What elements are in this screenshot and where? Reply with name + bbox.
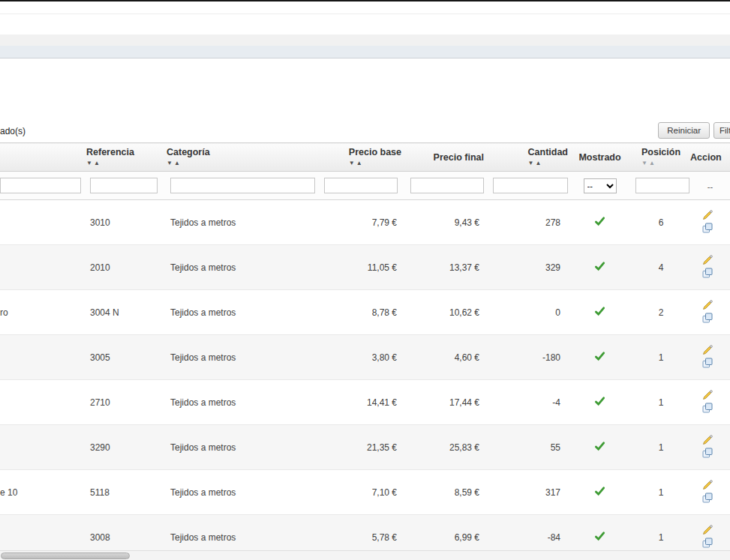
duplicate-icon[interactable] (702, 313, 713, 323)
edit-icon[interactable] (702, 390, 713, 400)
sort-desc-icon[interactable]: ▼ (641, 160, 647, 166)
quantity-filter-input[interactable] (493, 178, 568, 193)
position-cell: 1 (632, 425, 690, 470)
check-icon (594, 264, 605, 274)
list-toolbar: ado(s) Reiniciar Filt (0, 121, 730, 142)
horizontal-scrollbar[interactable] (0, 550, 730, 560)
price-final-cell: 13,37 € (401, 245, 484, 290)
results-count-label: ado(s) (0, 126, 26, 136)
duplicate-icon[interactable] (702, 448, 713, 458)
category-cell: Tejidos a metros (167, 425, 319, 470)
category-cell: Tejidos a metros (167, 335, 319, 380)
header-divider (0, 13, 730, 14)
price-base-filter-input[interactable] (324, 178, 398, 193)
sort-desc-icon[interactable]: ▼ (167, 160, 173, 166)
column-header-category: Categoría ▼▲ (167, 143, 319, 172)
reference-cell: 2710 (86, 380, 167, 425)
displayed-filter-select[interactable]: -- (584, 178, 617, 193)
sort-asc-icon[interactable]: ▲ (649, 160, 655, 166)
duplicate-icon[interactable] (702, 268, 713, 278)
price-final-cell: 10,62 € (401, 290, 484, 335)
column-header-actions: Accion (690, 143, 730, 172)
price-base-cell: 14,41 € (319, 380, 401, 425)
table-row[interactable]: 3010 Tejidos a metros 7,79 € 9,43 € 278 … (0, 200, 730, 245)
name-filter-input[interactable] (0, 178, 81, 193)
table-row[interactable]: e 10 5118 Tejidos a metros 7,10 € 8,59 €… (0, 470, 730, 515)
table-body: 3010 Tejidos a metros 7,79 € 9,43 € 278 … (0, 200, 730, 560)
quantity-cell: -180 (484, 335, 568, 380)
reference-cell: 3004 N (86, 290, 167, 335)
price-base-cell: 3,80 € (319, 335, 401, 380)
category-filter-input[interactable] (170, 178, 315, 193)
column-header-displayed: Mostrado (568, 143, 632, 172)
price-base-cell: 11,05 € (319, 245, 401, 290)
edit-icon[interactable] (702, 525, 713, 535)
category-cell: Tejidos a metros (167, 200, 319, 245)
edit-icon[interactable] (702, 435, 713, 445)
toolbar-buttons: Reiniciar Filt (658, 122, 730, 139)
sort-desc-icon[interactable]: ▼ (349, 160, 355, 166)
reference-cell: 2010 (86, 245, 167, 290)
sort-asc-icon[interactable]: ▲ (535, 160, 541, 166)
position-cell: 2 (632, 290, 690, 335)
table-row[interactable]: ro 3004 N Tejidos a metros 8,78 € 10,62 … (0, 290, 730, 335)
price-base-cell: 21,35 € (319, 425, 401, 470)
reference-filter-input[interactable] (90, 178, 158, 193)
sort-asc-icon[interactable]: ▲ (356, 160, 362, 166)
check-icon (594, 354, 605, 364)
position-cell: 1 (632, 470, 690, 515)
admin-product-list-page: ado(s) Reiniciar Filt Referencia ▼▲ Cate… (0, 0, 730, 560)
duplicate-icon[interactable] (702, 403, 713, 413)
position-cell: 1 (632, 380, 690, 425)
reference-cell: 5118 (86, 470, 167, 515)
check-icon (594, 219, 605, 229)
price-base-cell: 7,79 € (319, 200, 401, 245)
reference-cell: 3005 (86, 335, 167, 380)
name-cell (0, 335, 86, 380)
scrollbar-thumb[interactable] (1, 553, 130, 559)
column-header-price-base: Precio base ▼▲ (319, 143, 401, 172)
check-icon (594, 309, 605, 319)
price-final-cell: 25,83 € (401, 425, 484, 470)
quantity-cell: 278 (484, 200, 568, 245)
sort-asc-icon[interactable]: ▲ (174, 160, 180, 166)
reference-cell: 3010 (86, 200, 167, 245)
table-row[interactable]: 2710 Tejidos a metros 14,41 € 17,44 € -4… (0, 380, 730, 425)
name-cell: ro (0, 290, 86, 335)
sort-desc-icon[interactable]: ▼ (528, 160, 534, 166)
duplicate-icon[interactable] (702, 538, 713, 548)
position-filter-input[interactable] (635, 178, 689, 193)
edit-icon[interactable] (702, 210, 713, 220)
name-cell: e 10 (0, 470, 86, 515)
price-base-cell: 7,10 € (319, 470, 401, 515)
table-row[interactable]: 2010 Tejidos a metros 11,05 € 13,37 € 32… (0, 245, 730, 290)
reference-cell: 3290 (86, 425, 167, 470)
price-final-filter-input[interactable] (410, 178, 484, 193)
category-cell: Tejidos a metros (167, 245, 319, 290)
price-final-cell: 8,59 € (401, 470, 484, 515)
edit-icon[interactable] (702, 255, 713, 265)
duplicate-icon[interactable] (702, 223, 713, 233)
check-icon (594, 489, 605, 499)
check-icon (594, 534, 605, 544)
table-row[interactable]: 3290 Tejidos a metros 21,35 € 25,83 € 55… (0, 425, 730, 470)
filter-button[interactable]: Filt (713, 122, 730, 139)
edit-icon[interactable] (702, 300, 713, 310)
sort-asc-icon[interactable]: ▲ (94, 160, 100, 166)
reset-button[interactable]: Reiniciar (658, 122, 710, 139)
category-cell: Tejidos a metros (167, 380, 319, 425)
sort-desc-icon[interactable]: ▼ (86, 160, 92, 166)
edit-icon[interactable] (702, 480, 713, 490)
duplicate-icon[interactable] (702, 493, 713, 503)
table-header-row: Referencia ▼▲ Categoría ▼▲ Precio base ▼… (0, 143, 730, 172)
name-cell (0, 245, 86, 290)
check-icon (594, 399, 605, 409)
actions-filter-placeholder: -- (707, 182, 713, 191)
price-final-cell: 9,43 € (401, 200, 484, 245)
edit-icon[interactable] (702, 345, 713, 355)
quantity-cell: -4 (484, 380, 568, 425)
duplicate-icon[interactable] (702, 358, 713, 368)
quantity-cell: 329 (484, 245, 568, 290)
price-base-cell: 8,78 € (319, 290, 401, 335)
table-row[interactable]: 3005 Tejidos a metros 3,80 € 4,60 € -180… (0, 335, 730, 380)
